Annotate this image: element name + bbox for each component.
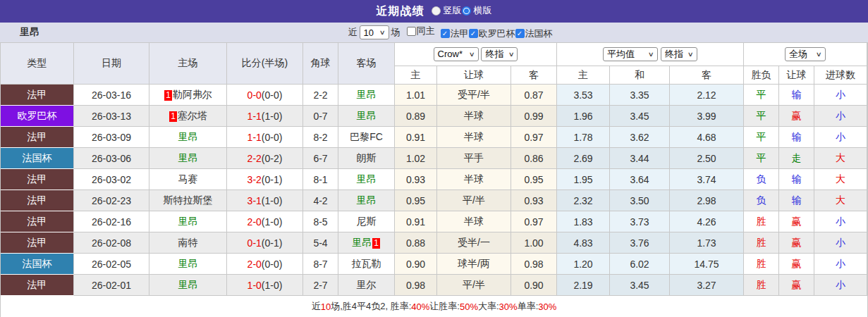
match-row: 欧罗巴杯26-03-131塞尔塔1-1(1-0)0-7里昂0.89半球0.991…: [1, 106, 867, 127]
avg-draw-cell: 3.64: [610, 169, 670, 190]
avg-away-cell: 2.50: [670, 148, 744, 169]
corner-cell: 5-4: [303, 232, 338, 254]
radio-icon[interactable]: [462, 6, 471, 15]
sub-header-result-goals: 进球数: [814, 66, 867, 85]
chevron-down-icon: ∨: [379, 29, 386, 36]
bookmaker-select[interactable]: Crow*∨: [434, 47, 479, 61]
avg-away-cell: 3.27: [670, 275, 744, 296]
radio-icon[interactable]: [432, 6, 441, 15]
score-cell: 3-1(1-0): [227, 190, 303, 211]
away-team-cell: 巴黎FC: [338, 127, 395, 148]
league-filter-checkbox-1[interactable]: ✓欧罗巴杯: [469, 27, 515, 40]
corner-cell: 0-7: [303, 106, 338, 127]
team-name-label: 里昂: [20, 26, 39, 39]
summary-segment: 让胜率:: [429, 300, 460, 313]
home-team-cell: 里昂: [149, 275, 227, 296]
odds-away-cell: 0.95: [511, 169, 557, 190]
league-badge-cell: 法甲: [1, 211, 74, 232]
odds-handicap-cell: 平/半: [437, 275, 511, 296]
sub-header-avg-draw: 和: [610, 66, 670, 85]
checkbox-icon[interactable]: ✓: [515, 29, 525, 38]
odds-group-header: Crow*∨ 终指∨: [395, 43, 557, 66]
team-name: 里昂: [357, 173, 377, 185]
fulltime-score: 3-1: [247, 195, 262, 206]
odds-home-cell: 0.89: [395, 106, 437, 127]
same-home-checkbox[interactable]: 同主: [407, 25, 435, 37]
rank-badge: 1: [169, 111, 177, 122]
avg-draw-cell: 3.44: [610, 148, 670, 169]
result-outcome-cell: 平: [744, 148, 779, 169]
panel-title: 近期战绩: [377, 4, 424, 19]
odds-away-cell: 0.90: [511, 275, 557, 296]
league-badge-cell: 法甲: [1, 275, 74, 296]
checkbox-icon[interactable]: ✓: [469, 29, 478, 38]
summary-segment: 场,胜4平4负2, 胜率:: [331, 300, 411, 313]
avg-home-cell: 2.32: [557, 190, 610, 211]
avg-away-cell: 3.99: [670, 106, 744, 127]
scope-select[interactable]: 全场∨: [785, 47, 826, 61]
odds-home-cell: 0.95: [395, 190, 437, 211]
home-team-cell: 里昂: [149, 148, 227, 169]
result-outcome-cell: 平: [744, 127, 779, 148]
halftime-score: (0-0): [262, 89, 283, 101]
avg-stage-select[interactable]: 终指∨: [661, 47, 697, 61]
fulltime-score: 2-0: [247, 216, 262, 228]
result-handicap-cell: 输: [779, 190, 814, 211]
team-name: 马赛: [178, 173, 198, 185]
avg-home-cell: 1.96: [557, 106, 610, 127]
league-filter-checkbox-0[interactable]: ✓法甲: [441, 27, 469, 40]
fulltime-score: 2-2: [247, 153, 262, 164]
layout-radio-vertical[interactable]: 竖版: [432, 4, 462, 17]
col-header-date: 日期: [74, 43, 149, 85]
home-team-cell: 斯特拉斯堡: [149, 190, 227, 211]
halftime-score: (1-0): [262, 280, 283, 291]
avg-away-cell: 2.98: [670, 190, 744, 211]
match-row: 法甲26-02-01里昂1-0(1-0)2-7里尔0.98平/半0.902.19…: [1, 275, 867, 296]
summary-footer: 近10场,胜4平4负2, 胜率:40% 让胜率:50% 大率:30% 单率:30…: [1, 296, 867, 317]
odds-home-cell: 1.01: [395, 85, 437, 106]
odds-away-cell: 0.98: [511, 254, 557, 275]
layout-radio-horizontal[interactable]: 横版: [462, 4, 492, 17]
avg-away-cell: 4.26: [670, 211, 744, 232]
match-date-cell: 26-02-08: [74, 232, 149, 254]
chevron-down-icon: ∨: [469, 51, 475, 58]
title-bar: 近期战绩 竖版横版: [0, 0, 868, 23]
score-cell: 2-2(0-2): [227, 148, 303, 169]
odds-home-cell: 0.91: [395, 127, 437, 148]
filter-controls: 近 10 ∨ 场 同主✓法甲✓欧罗巴杯✓法国杯: [316, 25, 553, 40]
team-name: 尼斯: [357, 216, 377, 227]
avg-draw-cell: 3.76: [610, 232, 670, 254]
avg-away-cell: 3.74: [670, 169, 744, 190]
team-name: 里昂: [352, 237, 372, 248]
away-team-cell: 里昂: [338, 169, 395, 190]
match-date-cell: 26-03-13: [74, 106, 149, 127]
odds-away-cell: 0.93: [511, 190, 557, 211]
checkbox-label-text: 欧罗巴杯: [479, 27, 515, 40]
checkbox-icon[interactable]: ✓: [441, 29, 450, 38]
avg-type-select[interactable]: 平均值∨: [603, 47, 658, 61]
league-filter-checkbox-2[interactable]: ✓法国杯: [515, 27, 553, 40]
summary-segment: 近: [312, 300, 321, 313]
layout-radio-group: 竖版横版: [432, 4, 492, 18]
team-name: 里昂: [357, 110, 377, 121]
checkbox-icon[interactable]: [407, 27, 416, 36]
result-outcome-cell: 平: [744, 106, 779, 127]
fulltime-score: 3-2: [247, 174, 262, 185]
corner-cell: 2-7: [303, 275, 338, 296]
games-count-select[interactable]: 10 ∨: [360, 25, 389, 39]
corner-cell: 8-1: [303, 169, 338, 190]
sub-header-odds-away: 客: [511, 66, 557, 85]
home-team-cell: 1塞尔塔: [149, 106, 227, 127]
checkbox-label-text: 法甲: [451, 27, 469, 40]
odds-home-cell: 0.91: [395, 211, 437, 232]
avg-draw-cell: 6.02: [610, 254, 670, 275]
halftime-score: (1-0): [262, 111, 283, 122]
summary-segment: 大率:: [478, 300, 499, 313]
col-header-corner: 角球: [303, 43, 338, 85]
radio-label-text: 横版: [474, 4, 492, 17]
halftime-score: (0-1): [262, 174, 283, 185]
odds-stage-select[interactable]: 终指∨: [481, 47, 518, 61]
team-name: 里昂: [357, 89, 377, 100]
away-team-cell: 里尔: [338, 275, 395, 296]
recent-results-panel: 近期战绩 竖版横版 里昂 近 10 ∨ 场 同主✓法甲✓欧罗巴杯✓法国杯 类型: [0, 0, 868, 317]
